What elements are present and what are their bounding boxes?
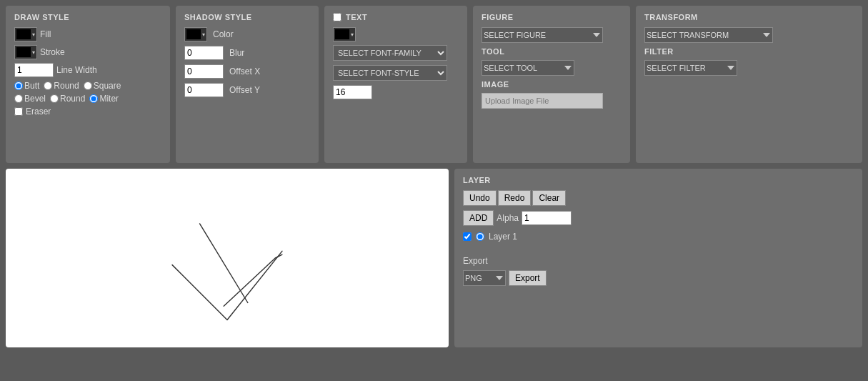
tool-subtitle: TOOL [482, 47, 622, 56]
shadow-offsety-input[interactable] [184, 83, 224, 97]
canvas-svg [6, 169, 449, 347]
font-size-input[interactable] [333, 85, 372, 99]
format-select[interactable]: PNG JPG SVG [463, 270, 506, 286]
stroke-label: Stroke [40, 47, 65, 57]
figure-title: FIGURE [482, 13, 622, 21]
text-panel: TEXT ▾ SELECT FONT-FAMILY SELECT FONT-ST… [324, 6, 467, 163]
add-layer-button[interactable]: ADD [463, 210, 494, 226]
figure-select[interactable]: SELECT FIGURE [482, 27, 603, 43]
linecap-square-radio[interactable] [84, 81, 92, 90]
figure-panel: FIGURE SELECT FIGURE TOOL SELECT TOOL IM… [473, 6, 630, 163]
shadow-dropdown-arrow: ▾ [202, 31, 205, 38]
linejoin-bevel-radio[interactable] [14, 94, 23, 103]
linecap-round-label[interactable]: Round [44, 81, 79, 91]
layer-item: Layer 1 [463, 232, 854, 242]
linejoin-miter-radio[interactable] [89, 94, 98, 103]
shadow-style-panel: SHADOW STYLE ▾ Color Blur Offset X Offse… [176, 6, 319, 163]
text-enable-checkbox[interactable] [333, 13, 341, 21]
transform-select[interactable]: SELECT TRANSFORM [644, 27, 773, 43]
linecap-square-label[interactable]: Square [84, 81, 121, 91]
line-width-input[interactable] [14, 63, 54, 77]
layer-visibility-checkbox[interactable] [463, 232, 472, 241]
stroke-dropdown-arrow: ▾ [32, 49, 35, 56]
shadow-blur-input[interactable] [184, 46, 224, 60]
filter-subtitle: FILTER [644, 47, 854, 56]
transform-title: TRANSFORM [644, 13, 854, 21]
eraser-label: Eraser [26, 107, 51, 117]
fill-color-box [16, 29, 31, 39]
export-section: Export PNG JPG SVG Export [463, 256, 854, 286]
linecap-butt-label[interactable]: Butt [14, 81, 39, 91]
layer-panel: LAYER Undo Redo Clear ADD Alpha Layer 1 … [454, 169, 862, 347]
stroke-color-box [16, 47, 31, 57]
draw-style-panel: DRAW STYLE ▾ Fill ▾ Stroke Line Width Bu… [6, 6, 170, 163]
linecap-round-radio[interactable] [44, 81, 52, 90]
shadow-offsetx-label: Offset X [229, 66, 260, 76]
alpha-input[interactable] [522, 211, 572, 225]
shadow-style-title: SHADOW STYLE [184, 13, 310, 21]
line-width-label: Line Width [56, 65, 97, 75]
eraser-checkbox[interactable] [14, 107, 23, 116]
filter-select[interactable]: SELECT FILTER [644, 60, 737, 76]
layer-select-radio[interactable] [476, 232, 484, 241]
image-upload-input[interactable] [482, 93, 603, 109]
undo-button[interactable]: Undo [463, 190, 497, 206]
text-color-box [335, 29, 349, 39]
text-title: TEXT [346, 13, 367, 21]
linejoin-miter-label[interactable]: Miter [89, 94, 119, 104]
fill-dropdown-arrow: ▾ [32, 31, 35, 38]
linejoin-round-label[interactable]: Round [50, 94, 85, 104]
draw-style-title: DRAW STYLE [14, 13, 161, 21]
shadow-blur-label: Blur [229, 48, 244, 58]
font-style-select[interactable]: SELECT FONT-STYLE [333, 65, 447, 81]
export-button[interactable]: Export [509, 270, 547, 286]
linecap-butt-radio[interactable] [14, 81, 23, 90]
stroke-color-swatch[interactable]: ▾ [14, 45, 37, 59]
fill-label: Fill [40, 29, 51, 39]
shadow-offsetx-input[interactable] [184, 64, 224, 79]
alpha-label: Alpha [497, 213, 519, 223]
font-family-select[interactable]: SELECT FONT-FAMILY [333, 45, 447, 61]
layer-title: LAYER [463, 176, 854, 184]
canvas-area[interactable] [6, 169, 449, 347]
linejoin-round-radio[interactable] [50, 94, 59, 103]
linejoin-bevel-label[interactable]: Bevel [14, 94, 46, 104]
transform-panel: TRANSFORM SELECT TRANSFORM FILTER SELECT… [636, 6, 862, 163]
shadow-color-box [186, 29, 201, 39]
shadow-color-label: Color [213, 29, 234, 39]
text-color-arrow: ▾ [351, 31, 354, 38]
tool-select[interactable]: SELECT TOOL [482, 60, 574, 76]
shadow-color-swatch[interactable]: ▾ [184, 27, 207, 41]
clear-button[interactable]: Clear [532, 190, 566, 206]
export-label: Export [463, 256, 854, 266]
layer-name: Layer 1 [489, 232, 517, 242]
fill-color-swatch[interactable]: ▾ [14, 27, 37, 41]
text-color-swatch[interactable]: ▾ [333, 27, 356, 41]
image-subtitle: IMAGE [482, 80, 622, 89]
redo-button[interactable]: Redo [498, 190, 532, 206]
shadow-offsety-label: Offset Y [229, 85, 260, 95]
